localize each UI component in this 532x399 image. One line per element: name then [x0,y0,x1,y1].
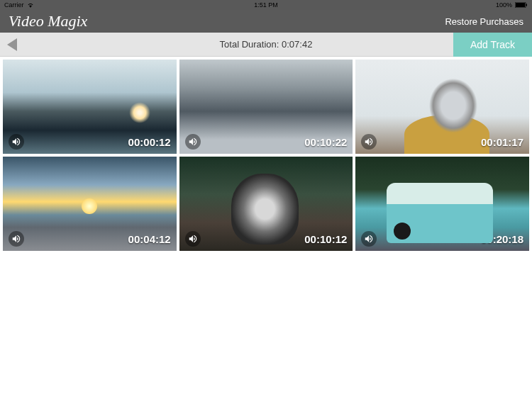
back-button[interactable] [7,38,17,51]
clip-timestamp: 00:10:12 [304,233,347,245]
svg-rect-2 [526,4,528,6]
sub-header: Total Duration: 0:07:42 Add Track [0,33,532,57]
clip-timestamp: 00:01:17 [481,136,523,148]
app-title: Video Magix [9,12,87,30]
clip-thumbnail[interactable]: 00:10:22 [179,60,353,154]
clip-thumbnail[interactable]: 00:00:12 [3,60,177,154]
clip-thumbnail[interactable]: 00:04:12 [3,157,177,251]
clip-timestamp: 00:20:18 [481,233,523,245]
sound-icon[interactable] [9,231,24,247]
battery-label: 100% [496,1,512,9]
status-time: 1:51 PM [254,1,278,9]
carrier-label: Carrier [4,1,24,9]
sound-icon[interactable] [185,134,201,150]
status-bar: Carrier 1:51 PM 100% [0,0,532,10]
wifi-icon [27,2,34,8]
battery-icon [515,2,528,8]
sound-icon[interactable] [9,134,24,150]
clip-timestamp: 00:04:12 [128,233,171,245]
sound-icon[interactable] [361,231,377,247]
svg-rect-1 [516,3,525,7]
clip-thumbnail[interactable]: 00:20:18 [355,157,529,251]
sound-icon[interactable] [361,134,377,150]
sound-icon[interactable] [185,231,201,247]
restore-purchases-button[interactable]: Restore Purchases [445,16,523,27]
clip-timestamp: 00:00:12 [128,136,171,148]
app-header: Video Magix Restore Purchases [0,10,532,33]
clip-thumbnail[interactable]: 00:01:17 [355,60,529,154]
total-duration-label: Total Duration: 0:07:42 [220,39,313,50]
clip-thumbnail[interactable]: 00:10:12 [179,157,353,251]
clip-timestamp: 00:10:22 [304,136,347,148]
add-track-button[interactable]: Add Track [453,33,532,57]
clip-grid: 00:00:12 00:10:22 00:01:17 00:04:12 [0,57,532,254]
